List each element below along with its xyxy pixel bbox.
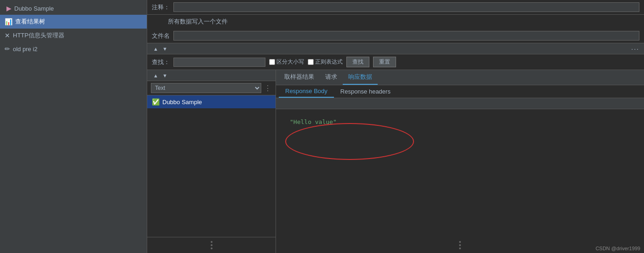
filename-row: 文件名 xyxy=(147,29,644,43)
format-dropdown[interactable]: Text JSON XML HTML xyxy=(151,83,261,93)
response-area: "Hello value" xyxy=(276,98,644,253)
sidebar-label-old-pre-i2: old pre i2 xyxy=(13,46,37,53)
right-pane: 取样器结果 请求 响应数据 Response Body Response hea… xyxy=(276,70,644,253)
search-label: 查找： xyxy=(152,58,170,66)
text-dropdown-row: Text JSON XML HTML ⋮ xyxy=(147,81,276,95)
toolbar-arrows-1: ▲ ▼ xyxy=(152,46,169,52)
play-icon: ▶ xyxy=(6,5,12,12)
toolbar-row-1: ▲ ▼ ··· xyxy=(147,43,644,54)
annotation-row: 注释： xyxy=(147,0,644,15)
filename-input[interactable] xyxy=(173,31,639,41)
all-data-row: 所有数据写入一个文件 xyxy=(147,15,644,29)
drag-dot-2 xyxy=(211,244,213,246)
main-content: 注释： 所有数据写入一个文件 文件名 ▲ ▼ ··· 查找： 区分大小写 正则表… xyxy=(147,0,644,253)
search-input[interactable] xyxy=(173,58,265,67)
sub-tab-response-headers[interactable]: Response headers xyxy=(334,86,397,97)
right-drag-dot-3 xyxy=(459,247,461,249)
sidebar-item-http-header-manager[interactable]: ✕ HTTP信息头管理器 xyxy=(0,29,147,42)
close-icon: ✕ xyxy=(5,32,10,39)
annotation-label: 注释： xyxy=(152,3,170,12)
csdn-watermark: CSDN @driver1999 xyxy=(596,246,640,251)
toolbar-row-2: ▲ ▼ xyxy=(147,70,276,81)
regex-label[interactable]: 正则表达式 xyxy=(308,58,343,66)
vertical-handle: ⋮ xyxy=(264,84,272,93)
drag-dot-3 xyxy=(211,247,213,249)
case-sensitive-text: 区分大小写 xyxy=(276,58,304,66)
chart-icon: 📊 xyxy=(5,18,12,25)
oval-annotation xyxy=(285,123,414,160)
drag-handle-dots xyxy=(211,241,213,249)
regex-text: 正则表达式 xyxy=(315,58,343,66)
filename-label: 文件名 xyxy=(152,32,170,40)
tab-request[interactable]: 请求 xyxy=(320,70,343,85)
right-pane-drag-handle xyxy=(459,241,461,249)
sidebar-label-view-result-tree: 查看结果树 xyxy=(15,18,45,26)
sidebar-item-old-pre-i2[interactable]: ✏ old pre i2 xyxy=(0,42,147,55)
lower-panel: ▲ ▼ Text JSON XML HTML ⋮ ✅ Dubbo Sample xyxy=(147,70,644,253)
tab-sampler-result[interactable]: 取样器结果 xyxy=(279,70,320,85)
sidebar-item-view-result-tree[interactable]: 📊 查看结果树 xyxy=(0,15,147,29)
response-top-bar xyxy=(276,98,644,109)
tabs-row: 取样器结果 请求 响应数据 xyxy=(276,70,644,85)
sample-item-label: Dubbo Sample xyxy=(162,99,202,106)
sidebar-item-dubbo-sample[interactable]: ▶ Dubbo Sample xyxy=(0,2,147,15)
reset-button[interactable]: 重置 xyxy=(373,57,396,67)
toolbar-arrows-2: ▲ ▼ xyxy=(152,72,169,79)
right-drag-dot-1 xyxy=(459,241,461,243)
response-content: "Hello value" xyxy=(276,109,644,253)
arrow-down-btn-2[interactable]: ▼ xyxy=(161,72,169,79)
sample-item-dubbo[interactable]: ✅ Dubbo Sample xyxy=(147,95,276,108)
check-circle-icon: ✅ xyxy=(152,98,160,106)
tab-response-data[interactable]: 响应数据 xyxy=(343,70,378,85)
response-body-text: "Hello value" xyxy=(290,118,630,125)
drag-dot-1 xyxy=(211,241,213,243)
annotation-input[interactable] xyxy=(173,2,639,12)
case-sensitive-label[interactable]: 区分大小写 xyxy=(269,58,304,66)
left-pane: ▲ ▼ Text JSON XML HTML ⋮ ✅ Dubbo Sample xyxy=(147,70,276,253)
sub-tabs-row: Response Body Response headers xyxy=(276,85,644,98)
sample-list: ✅ Dubbo Sample xyxy=(147,95,276,237)
sidebar-label-http-header-manager: HTTP信息头管理器 xyxy=(13,31,64,40)
case-sensitive-checkbox[interactable] xyxy=(269,59,275,65)
arrow-up-btn-2[interactable]: ▲ xyxy=(152,72,160,79)
sidebar: ▶ Dubbo Sample 📊 查看结果树 ✕ HTTP信息头管理器 ✏ ol… xyxy=(0,0,147,253)
more-options-btn-1[interactable]: ··· xyxy=(631,45,639,53)
search-row: 查找： 区分大小写 正则表达式 查找 重置 xyxy=(147,54,644,70)
right-drag-dot-2 xyxy=(459,244,461,246)
regex-checkbox[interactable] xyxy=(308,59,314,65)
sidebar-label-dubbo-sample: Dubbo Sample xyxy=(14,5,54,12)
search-button[interactable]: 查找 xyxy=(346,57,369,67)
pencil-icon: ✏ xyxy=(5,45,10,53)
arrow-up-btn-1[interactable]: ▲ xyxy=(152,46,160,52)
arrow-down-btn-1[interactable]: ▼ xyxy=(161,46,169,52)
sub-tab-response-body[interactable]: Response Body xyxy=(279,85,334,98)
bottom-drag-area xyxy=(147,237,276,253)
all-data-label: 所有数据写入一个文件 xyxy=(168,18,639,26)
